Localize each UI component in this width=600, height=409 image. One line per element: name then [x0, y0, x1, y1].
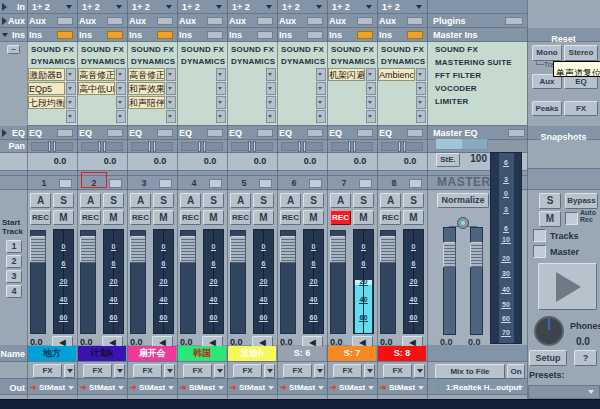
volume-fader-handle[interactable]	[180, 236, 196, 263]
reset-mono-button[interactable]: Mono	[532, 45, 562, 61]
out-select[interactable]: StMast	[39, 383, 65, 392]
volume-fader-handle[interactable]	[280, 236, 296, 263]
rec-button[interactable]: REC	[180, 210, 201, 225]
reset-fx-button[interactable]: FX	[564, 101, 598, 116]
pan-handle[interactable]	[353, 141, 356, 152]
solo-button[interactable]: S	[53, 193, 74, 208]
start-track-button-4[interactable]: 4	[6, 285, 22, 298]
track-number-button[interactable]	[209, 179, 222, 188]
master-checkbox[interactable]	[533, 245, 546, 258]
arm-button[interactable]: A	[130, 193, 151, 208]
mute-button[interactable]: M	[53, 210, 74, 225]
pan-slider[interactable]	[31, 142, 73, 151]
out-select-arrow-icon[interactable]	[218, 386, 224, 390]
solo-button[interactable]: S	[303, 193, 324, 208]
eq-button[interactable]	[157, 129, 173, 137]
out-select-arrow-icon[interactable]	[418, 386, 424, 390]
pan-handle[interactable]	[303, 141, 306, 152]
rec-button[interactable]: REC	[330, 210, 351, 225]
mute-button[interactable]: M	[153, 210, 174, 225]
pan-handle[interactable]	[253, 141, 256, 152]
insert-slot-filled[interactable]: 和声效果	[128, 82, 165, 95]
out-select[interactable]: StMast	[239, 383, 265, 392]
pan-handle[interactable]	[48, 141, 51, 152]
input-select[interactable]: 1+ 2	[32, 2, 50, 12]
ins-button[interactable]	[107, 31, 123, 39]
auto-rec-checkbox[interactable]	[565, 212, 578, 225]
out-select[interactable]: StMast	[139, 383, 165, 392]
track-number-button[interactable]	[359, 179, 372, 188]
track-name[interactable]: 地方	[28, 346, 76, 361]
aux-button[interactable]	[57, 17, 73, 25]
master-solo-button[interactable]: S	[539, 193, 561, 209]
master-output-select[interactable]: 1:Realtek H...output	[446, 383, 521, 392]
start-track-button-2[interactable]: 2	[6, 255, 22, 268]
fx-button[interactable]: FX	[183, 364, 212, 378]
rec-button[interactable]: REC	[380, 210, 401, 225]
out-select[interactable]: StMast	[189, 383, 215, 392]
mute-button[interactable]: M	[103, 210, 124, 225]
input-select[interactable]: 1+ 2	[282, 2, 300, 12]
pan-handle[interactable]	[198, 141, 201, 152]
arm-button[interactable]: A	[180, 193, 201, 208]
fx-button[interactable]: FX	[333, 364, 362, 378]
track-number-button[interactable]	[309, 179, 322, 188]
bypass-button[interactable]: Bypass	[565, 193, 598, 209]
solo-button[interactable]: S	[203, 193, 224, 208]
insert-slot-filled[interactable]: 机架闪避	[328, 68, 365, 81]
volume-fader-handle[interactable]	[230, 236, 246, 263]
mute-button[interactable]: M	[303, 210, 324, 225]
reset-peaks-button[interactable]: Peaks	[532, 101, 562, 116]
insert-slot-filled[interactable]: 高中低UI	[78, 82, 115, 95]
input-select[interactable]: 1+ 2	[332, 2, 350, 12]
pan-slider[interactable]	[331, 142, 373, 151]
insert-slot-filled[interactable]: 高音修正	[78, 68, 115, 81]
rec-button[interactable]: REC	[280, 210, 301, 225]
pan-slider[interactable]	[381, 142, 423, 151]
out-select[interactable]: StMast	[289, 383, 315, 392]
volume-fader-handle[interactable]	[330, 236, 346, 263]
insert-slot-filled[interactable]: 激励器B	[28, 68, 65, 81]
ins-button[interactable]	[157, 31, 173, 39]
out-select-arrow-icon[interactable]	[168, 386, 174, 390]
eq-button[interactable]	[407, 129, 423, 137]
mute-button[interactable]: M	[403, 210, 424, 225]
eq-button[interactable]	[207, 129, 223, 137]
input-select[interactable]: 1+ 2	[82, 2, 100, 12]
mix-on-button[interactable]: On	[507, 364, 525, 379]
fx-button[interactable]: FX	[283, 364, 312, 378]
mute-button[interactable]: M	[353, 210, 374, 225]
arm-button[interactable]: A	[30, 193, 51, 208]
aux-button[interactable]	[257, 17, 273, 25]
master-plugins-button[interactable]	[505, 17, 523, 25]
fx-button[interactable]: FX	[383, 364, 412, 378]
presets-select-arrow-icon[interactable]	[588, 390, 594, 394]
solo-button[interactable]: S	[153, 193, 174, 208]
pan-handle[interactable]	[348, 141, 351, 152]
track-name[interactable]: S: 8	[378, 346, 426, 361]
insert-slot-filled[interactable]: Ambience:	[378, 68, 415, 81]
volume-fader-handle[interactable]	[380, 236, 396, 263]
mute-button[interactable]: M	[253, 210, 274, 225]
output-select-arrow-icon[interactable]	[517, 386, 523, 390]
track-name[interactable]: 扇开会	[128, 346, 176, 361]
start-track-button-3[interactable]: 3	[6, 270, 22, 283]
out-select[interactable]: StMast	[339, 383, 365, 392]
insert-slot-filled[interactable]: 和声陪伴	[128, 96, 165, 109]
rec-button[interactable]: REC	[230, 210, 251, 225]
pan-handle[interactable]	[148, 141, 151, 152]
insert-slot-filled[interactable]: 高音修正	[128, 68, 165, 81]
pan-handle[interactable]	[153, 141, 156, 152]
track-number-button[interactable]	[409, 179, 422, 188]
solo-button[interactable]: S	[353, 193, 374, 208]
aux-button[interactable]	[407, 17, 423, 25]
ins-button[interactable]	[207, 31, 223, 39]
pan-handle[interactable]	[98, 141, 101, 152]
aux-button[interactable]	[157, 17, 173, 25]
out-select[interactable]: StMast	[89, 383, 115, 392]
master-eq-button[interactable]	[508, 129, 525, 137]
tracks-checkbox[interactable]	[533, 229, 546, 242]
setup-button[interactable]: Setup	[529, 350, 567, 366]
arm-button[interactable]: A	[230, 193, 251, 208]
track-name[interactable]: S: 6	[278, 346, 326, 361]
